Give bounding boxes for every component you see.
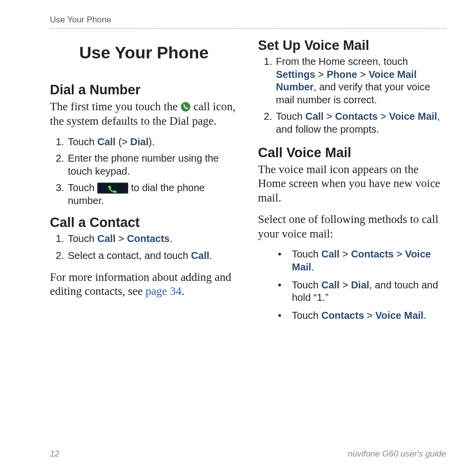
text: For more information about adding and ed… — [50, 271, 231, 298]
text: Touch — [292, 279, 321, 290]
text: . — [424, 310, 427, 321]
text: Touch — [68, 182, 97, 193]
text: > — [340, 248, 351, 259]
footer: 12 nüvifone G60 user's guide — [50, 449, 446, 459]
list-item: Touch Contacts > Voice Mail. — [283, 309, 446, 322]
text: > — [340, 279, 351, 290]
ui-label: Settings — [276, 69, 315, 80]
ui-label: Dial — [351, 279, 369, 290]
text: > — [116, 233, 127, 244]
heading-call-contact: Call a Contact — [50, 215, 238, 231]
page-link[interactable]: page 34 — [146, 285, 182, 297]
svg-point-0 — [181, 102, 190, 111]
page: Use Your Phone Use Your Phone Dial a Num… — [0, 0, 476, 350]
page-title: Use Your Phone — [50, 43, 238, 62]
list-item: Touch Call > Contacts > Voice Mail. — [283, 248, 446, 273]
callvm-p1: The voice mail icon appears on the Home … — [258, 163, 446, 206]
list-item: Touch Call > Dial, and touch and hold “1… — [283, 279, 446, 304]
text: Touch — [68, 233, 97, 244]
text: Select a contact, and touch — [68, 250, 191, 261]
list-item: Touch Call > Contacts. — [67, 233, 238, 245]
list-item: Select a contact, and touch Call. — [67, 249, 238, 262]
text: Touch — [68, 136, 97, 147]
text: Touch — [292, 248, 321, 259]
ui-label: Contacts — [335, 111, 378, 122]
list-item: Touch Call (> Dial). — [67, 136, 238, 149]
ui-label: Phone — [327, 69, 357, 80]
text: (> — [116, 136, 130, 147]
heading-dial-number: Dial a Number — [50, 82, 238, 98]
ui-label: Call — [321, 279, 340, 290]
dial-steps: Touch Call (> Dial). Enter the phone num… — [50, 136, 238, 208]
call-icon — [181, 101, 191, 111]
dial-button-icon — [97, 183, 128, 194]
text: Touch — [292, 310, 321, 321]
text: . — [170, 233, 173, 244]
ui-label: Contacts — [127, 233, 170, 244]
ui-label: Call — [305, 111, 324, 122]
text: > — [357, 69, 369, 80]
ui-label: Call — [97, 233, 116, 244]
heading-setup-voicemail: Set Up Voice Mail — [258, 38, 446, 53]
contact-steps: Touch Call > Contacts. Select a contact,… — [50, 233, 238, 262]
text: From the Home screen, touch — [276, 56, 408, 67]
callvm-bullets: Touch Call > Contacts > Voice Mail. Touc… — [258, 248, 446, 322]
ui-label: Contacts — [321, 310, 364, 321]
guide-title: nüvifone G60 user's guide — [348, 449, 446, 459]
ui-label: Dial — [130, 136, 149, 147]
text: . — [311, 261, 314, 272]
list-item: Enter the phone number using the touch k… — [67, 152, 238, 178]
ui-label: Contacts — [351, 248, 394, 259]
callvm-p2: Select one of following methods to call … — [258, 213, 446, 241]
heading-call-voicemail: Call Voice Mail — [258, 145, 446, 161]
contact-more: For more information about adding and ed… — [50, 270, 238, 299]
text: > — [324, 111, 335, 122]
text: The first time you touch the — [50, 100, 181, 113]
text: . — [182, 285, 185, 297]
text: Touch — [276, 111, 305, 122]
text: > — [364, 310, 376, 321]
list-item: From the Home screen, touch Settings > P… — [275, 55, 446, 106]
text: ). — [149, 136, 155, 147]
setup-steps: From the Home screen, touch Settings > P… — [258, 55, 446, 136]
ui-label: Voice Mail — [375, 310, 423, 321]
ui-label: Voice Mail — [389, 111, 437, 122]
left-column: Use Your Phone Dial a Number The first t… — [50, 38, 238, 330]
text: > — [315, 69, 327, 80]
ui-label: Call — [191, 250, 210, 261]
text: . — [210, 250, 213, 261]
text: > — [378, 111, 389, 122]
columns: Use Your Phone Dial a Number The first t… — [50, 38, 446, 330]
list-item: Touch Call > Contacts > Voice Mail, and … — [275, 110, 446, 136]
page-number: 12 — [50, 449, 59, 459]
running-head: Use Your Phone — [50, 15, 446, 29]
dial-intro: The first time you touch the call icon, … — [50, 100, 238, 129]
right-column: Set Up Voice Mail From the Home screen, … — [258, 38, 446, 330]
text: > — [394, 248, 405, 259]
list-item: Touch to dial the phone number. — [67, 182, 238, 207]
ui-label: Call — [97, 136, 116, 147]
ui-label: Call — [321, 248, 340, 259]
